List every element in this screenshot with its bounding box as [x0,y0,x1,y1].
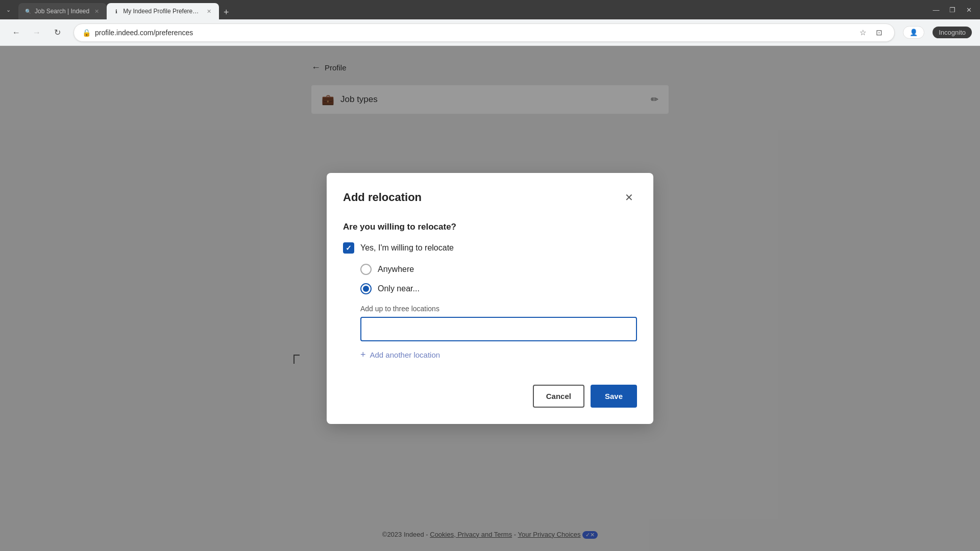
tab-job-search[interactable]: 🔍 Job Search | Indeed ✕ [18,3,107,19]
anywhere-radio[interactable] [360,264,372,275]
only-near-radio-row[interactable]: Only near... [360,283,637,294]
radio-group: Anywhere Only near... [360,264,637,294]
page-content: ← Profile 💼 Job types ✏ Add relocation ✕… [0,46,980,551]
modal-close-button[interactable]: ✕ [621,189,637,206]
tab2-favicon: ℹ [113,8,120,15]
address-bar: ← → ↻ 🔒 profile.indeed.com/preferences ☆… [0,19,980,46]
close-button[interactable]: ✕ [962,4,976,16]
radio-inner-dot [363,286,369,292]
address-bar-input-wrapper[interactable]: 🔒 profile.indeed.com/preferences ☆ ⊡ [74,23,895,42]
back-button[interactable]: ← [8,24,24,41]
anywhere-radio-row[interactable]: Anywhere [360,264,637,275]
add-location-label: Add another location [370,350,440,359]
checkmark-icon: ✓ [346,244,352,252]
tab1-close[interactable]: ✕ [92,7,101,15]
modal-footer: Cancel Save [343,385,637,408]
location-hint: Add up to three locations [360,305,637,313]
anywhere-label: Anywhere [378,265,414,274]
address-actions: ☆ ⊡ [855,26,886,40]
win-dropdown[interactable]: ⌄ [4,6,12,14]
tab-profile-preferences[interactable]: ℹ My Indeed Profile Preferences ✕ [107,3,219,19]
new-tab-button[interactable]: + [219,5,233,19]
location-input[interactable] [360,317,637,341]
minimize-button[interactable]: — [929,4,943,16]
add-relocation-modal: Add relocation ✕ Are you willing to relo… [327,173,653,424]
window-controls: ⌄ [4,6,12,14]
tab2-close[interactable]: ✕ [205,7,213,15]
reload-button[interactable]: ↻ [49,24,65,41]
only-near-label: Only near... [378,284,420,293]
modal-header: Add relocation ✕ [343,189,637,206]
tabs-bar: 🔍 Job Search | Indeed ✕ ℹ My Indeed Prof… [18,0,927,19]
willing-to-relocate-row[interactable]: ✓ Yes, I'm willing to relocate [343,242,637,254]
willing-to-relocate-checkbox[interactable]: ✓ [343,242,354,254]
cancel-button[interactable]: Cancel [533,385,584,408]
profile-icon: 👤 [910,29,918,36]
profile-badge[interactable]: 👤 [903,26,924,39]
nav-buttons: ← → ↻ [8,24,65,41]
save-button[interactable]: Save [591,385,637,408]
tab2-title: My Indeed Profile Preferences [123,8,202,15]
modal-title: Add relocation [343,191,422,204]
bookmark-icon[interactable]: ☆ [855,26,870,40]
incognito-badge: Incognito [933,27,972,38]
checkbox-label: Yes, I'm willing to relocate [360,243,454,253]
maximize-button[interactable]: ❐ [945,4,960,16]
only-near-radio[interactable] [360,283,372,294]
security-icon: 🔒 [82,29,91,37]
add-another-location-button[interactable]: + Add another location [360,349,440,360]
window-controls-right: — ❐ ✕ [929,4,976,16]
address-text: profile.indeed.com/preferences [95,29,851,37]
tab1-title: Job Search | Indeed [35,8,89,15]
browser-chrome: ⌄ 🔍 Job Search | Indeed ✕ ℹ My Indeed Pr… [0,0,980,19]
cast-icon[interactable]: ⊡ [872,26,886,40]
forward-button[interactable]: → [29,24,45,41]
modal-overlay[interactable]: Add relocation ✕ Are you willing to relo… [0,46,980,551]
relocation-question: Are you willing to relocate? [343,222,637,232]
add-location-plus-icon: + [360,349,366,360]
tab1-favicon: 🔍 [24,8,32,15]
